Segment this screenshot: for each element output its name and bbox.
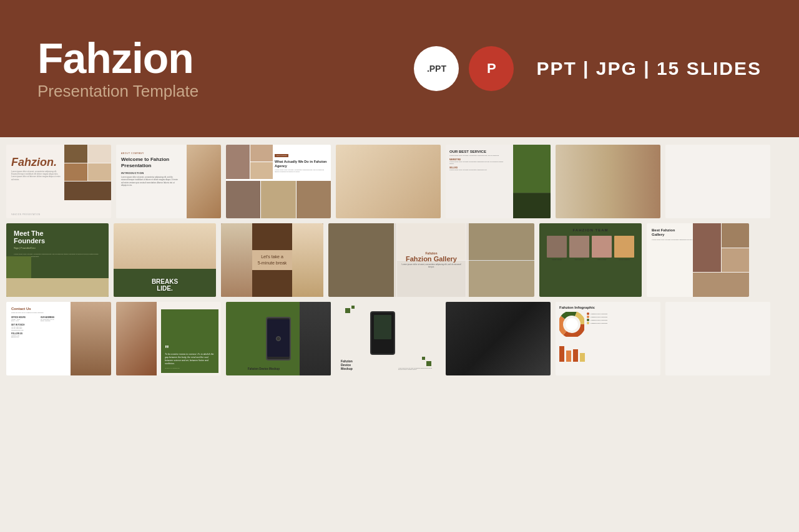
slide-2-6[interactable]: Best FahzionGallery Lorem ipsum dolor si…: [647, 223, 749, 297]
slide-2-3[interactable]: Let's take a5-minute break: [221, 223, 323, 297]
team-title: FAHZION TEAM: [544, 228, 637, 232]
gallery-title: Fahzion Gallery: [406, 255, 457, 263]
member-name: Yusuf Isyamdi: [574, 259, 584, 261]
slide-title: OUR BEST SERVICE: [449, 150, 510, 153]
bar-chart: [559, 343, 657, 362]
slide-title: What Actually We Do in Fahzion Agency: [275, 160, 328, 168]
slide-3-6[interactable]: Fahzion Infographic LOREM IPSUM DOLO: [556, 302, 660, 375]
slide-3-7[interactable]: [665, 302, 770, 375]
slide-text: Lorem ipsum dolor sit amet, consectetur …: [449, 155, 506, 157]
quote-mark: ": [165, 344, 215, 353]
square-decoration: [351, 306, 355, 309]
ppt-badge: .PPT: [414, 46, 459, 91]
slide-section: SELLING Lorem ipsum dolor sit amet conse…: [449, 167, 506, 171]
dark-photo: [300, 302, 331, 375]
gallery-photo: [722, 248, 750, 273]
dark-photo-slide: [446, 302, 551, 375]
header: Fahzion Presentation Template .PPT P PPT…: [0, 0, 799, 137]
contact-title: Contact Us: [11, 307, 67, 311]
slide-3-3[interactable]: Fahzion Device Mockup: [226, 302, 331, 375]
slide-2-4[interactable]: Fahzion Fahzion Gallery Lorem ipsum dolo…: [328, 223, 534, 297]
slide-label: About Company: [121, 152, 180, 155]
slides-row-2: Meet TheFounders Sign | Founder/Ceo Lore…: [6, 223, 793, 297]
slide-3-1[interactable]: Contact Us Please feel free to call us o…: [6, 302, 111, 375]
format-labels: PPT | JPG | 15 SLIDES: [536, 58, 762, 79]
slide-photo: [556, 145, 660, 218]
slide-1-1[interactable]: Fahzion. Lorem ipsum dolor sit amet, con…: [6, 145, 111, 218]
slide-blank: [754, 223, 799, 297]
quote-photo: [116, 302, 157, 375]
gallery-overlay: Fahzion Fahzion Gallery Lorem ipsum dolo…: [394, 223, 469, 297]
break-text: Let's take a5-minute break: [258, 254, 287, 266]
contact-note: Please feel free to call us or register …: [11, 312, 67, 314]
gallery-photo: [328, 223, 396, 297]
slide-blank: [665, 302, 770, 375]
decorative-square: [237, 307, 240, 310]
slide-2-7[interactable]: [754, 223, 799, 297]
center-device: [370, 311, 395, 355]
accent-strip: [6, 278, 109, 297]
team-member: Gilang Fadhilah: [614, 236, 634, 261]
slide-2-5[interactable]: FAHZION TEAM Gilang Fadhila Yusuf Isyamd…: [539, 223, 642, 297]
svg-point-4: [566, 318, 578, 331]
slide-title: FahzionDeviceMockup: [341, 359, 353, 370]
green-bar: BREAKSLIDE.: [114, 269, 216, 297]
slide-3-2[interactable]: " To be creative means to connect. It's …: [116, 302, 221, 375]
team-member: Ratna Muftia: [592, 236, 612, 261]
gallery-desc: Lorem ipsum dolor sit amet, consectetur …: [400, 264, 463, 269]
contact-follow: GET IN TOUCH +62 221 4050 4123+62 447 40…: [11, 324, 67, 331]
team-slide: FAHZION TEAM Gilang Fadhila Yusuf Isyamd…: [539, 223, 642, 266]
slides-area: Fahzion. Lorem ipsum dolor sit amet, con…: [0, 137, 799, 383]
slide-1-4[interactable]: [336, 145, 441, 218]
quote-box: " To be creative means to connect. It's …: [161, 309, 218, 373]
slide-1-5[interactable]: OUR BEST SERVICE Lorem ipsum dolor sit a…: [446, 145, 551, 218]
mockup-title: Fahzion Device Mockup: [231, 367, 297, 370]
pp-badge: P: [469, 46, 514, 91]
slide-text: Lorem ipsum dolor sit amet consectetur a…: [398, 367, 436, 370]
slide-intro: INTRODUCTION: [121, 172, 180, 175]
slide-1-2[interactable]: About Company Welcome to Fahzion Present…: [116, 145, 221, 218]
photo-block: [88, 145, 111, 163]
photo-block: [250, 162, 273, 179]
photo-block: [64, 181, 111, 200]
square-decoration: [345, 308, 350, 313]
square-decoration: [426, 361, 431, 366]
founders-name: Sign | Founder/Ceo: [14, 246, 101, 249]
photo-block: [250, 145, 273, 162]
slide-blank: [665, 145, 770, 218]
slide-text: Lorem ipsum dolor sit amet, consectetur …: [275, 169, 328, 173]
breaks-text: BREAKSLIDE.: [114, 278, 216, 292]
slide-2-1[interactable]: Meet TheFounders Sign | Founder/Ceo Lore…: [6, 223, 109, 297]
slide-1-7[interactable]: [665, 145, 770, 218]
slide-3-4[interactable]: FahzionDeviceMockup Lorem ipsum dolor si…: [336, 302, 441, 375]
team-members: Gilang Fadhila Yusuf Isyamdi Ratna Mufti…: [544, 236, 637, 261]
slide-1-6[interactable]: [556, 145, 660, 218]
slide-1-3[interactable]: About Company What Actually We Do in Fah…: [226, 145, 331, 218]
app-title: Fahzion: [37, 37, 414, 79]
slide-photo: [336, 145, 441, 218]
quote-text: To be creative means to connect. It's to…: [165, 353, 215, 365]
photo-block: [261, 181, 295, 218]
contact-photo: [71, 302, 111, 375]
member-name: Ratna Muftia: [597, 259, 606, 261]
gallery-photos: [693, 223, 749, 297]
slide-3-5[interactable]: [446, 302, 551, 375]
photo-block: [226, 145, 250, 179]
photo-block: [64, 163, 87, 181]
photo-block: [297, 181, 331, 218]
decorative-square: [231, 307, 235, 311]
header-right: .PPT P PPT | JPG | 15 SLIDES: [414, 46, 762, 91]
slide-bottom-label: FAHZION PRESENTATION: [11, 213, 41, 216]
founders-title: Meet TheFounders: [14, 230, 101, 244]
slide-2-2[interactable]: BREAKSLIDE.: [114, 223, 216, 297]
contact-address: OUR ADDRESS 234 Street Blvay No.316Belum…: [41, 316, 67, 322]
header-left: Fahzion Presentation Template: [37, 37, 414, 101]
infographic-title: Fahzion Infographic: [559, 306, 657, 309]
pie-chart: [559, 312, 584, 337]
square-decoration: [422, 357, 425, 360]
gallery-photo: [693, 273, 749, 297]
photo-block: [88, 163, 111, 181]
contact-social: FOLLOW US @fahzion_333@fahzion.222: [11, 332, 67, 338]
photo-strip: [292, 223, 323, 297]
photo-block: [64, 145, 87, 163]
